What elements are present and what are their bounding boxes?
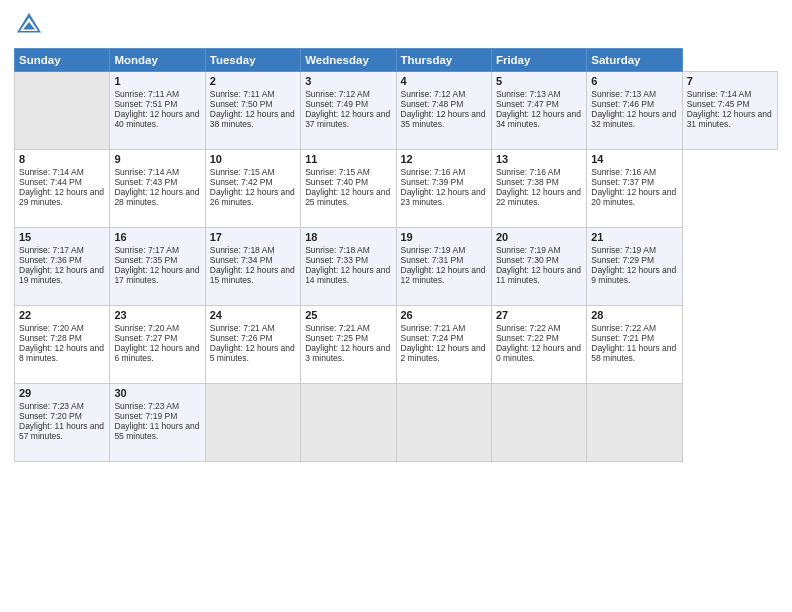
main-container: SundayMondayTuesdayWednesdayThursdayFrid… (0, 0, 792, 472)
day-cell: 14Sunrise: 7:16 AMSunset: 7:37 PMDayligh… (587, 150, 682, 228)
sunrise-text: Sunrise: 7:11 AM (114, 89, 200, 99)
day-cell: 1Sunrise: 7:11 AMSunset: 7:51 PMDaylight… (110, 72, 205, 150)
week-row-4: 29Sunrise: 7:23 AMSunset: 7:20 PMDayligh… (15, 384, 778, 462)
day-number: 9 (114, 153, 200, 165)
day-cell: 5Sunrise: 7:13 AMSunset: 7:47 PMDaylight… (491, 72, 586, 150)
sunrise-text: Sunrise: 7:16 AM (401, 167, 487, 177)
day-number: 24 (210, 309, 296, 321)
daylight-text: Daylight: 12 hours and 32 minutes. (591, 109, 677, 129)
day-cell: 25Sunrise: 7:21 AMSunset: 7:25 PMDayligh… (301, 306, 396, 384)
daylight-text: Daylight: 12 hours and 8 minutes. (19, 343, 105, 363)
day-cell (491, 384, 586, 462)
sunrise-text: Sunrise: 7:12 AM (305, 89, 391, 99)
sunrise-text: Sunrise: 7:16 AM (591, 167, 677, 177)
week-row-3: 22Sunrise: 7:20 AMSunset: 7:28 PMDayligh… (15, 306, 778, 384)
sunset-text: Sunset: 7:30 PM (496, 255, 582, 265)
daylight-text: Daylight: 11 hours and 55 minutes. (114, 421, 200, 441)
sunset-text: Sunset: 7:38 PM (496, 177, 582, 187)
day-cell: 2Sunrise: 7:11 AMSunset: 7:50 PMDaylight… (205, 72, 300, 150)
day-cell: 18Sunrise: 7:18 AMSunset: 7:33 PMDayligh… (301, 228, 396, 306)
sunset-text: Sunset: 7:42 PM (210, 177, 296, 187)
sunrise-text: Sunrise: 7:12 AM (401, 89, 487, 99)
day-cell: 28Sunrise: 7:22 AMSunset: 7:21 PMDayligh… (587, 306, 682, 384)
week-row-2: 15Sunrise: 7:17 AMSunset: 7:36 PMDayligh… (15, 228, 778, 306)
sunset-text: Sunset: 7:22 PM (496, 333, 582, 343)
day-number: 6 (591, 75, 677, 87)
daylight-text: Daylight: 12 hours and 31 minutes. (687, 109, 773, 129)
day-number: 26 (401, 309, 487, 321)
day-cell (301, 384, 396, 462)
day-number: 3 (305, 75, 391, 87)
daylight-text: Daylight: 12 hours and 14 minutes. (305, 265, 391, 285)
day-number: 8 (19, 153, 105, 165)
daylight-text: Daylight: 12 hours and 0 minutes. (496, 343, 582, 363)
sunset-text: Sunset: 7:40 PM (305, 177, 391, 187)
day-cell: 16Sunrise: 7:17 AMSunset: 7:35 PMDayligh… (110, 228, 205, 306)
sunset-text: Sunset: 7:27 PM (114, 333, 200, 343)
sunset-text: Sunset: 7:46 PM (591, 99, 677, 109)
sunrise-text: Sunrise: 7:14 AM (114, 167, 200, 177)
day-number: 22 (19, 309, 105, 321)
sunrise-text: Sunrise: 7:14 AM (687, 89, 773, 99)
day-number: 16 (114, 231, 200, 243)
daylight-text: Daylight: 11 hours and 58 minutes. (591, 343, 677, 363)
day-number: 28 (591, 309, 677, 321)
daylight-text: Daylight: 12 hours and 38 minutes. (210, 109, 296, 129)
sunrise-text: Sunrise: 7:22 AM (496, 323, 582, 333)
sunrise-text: Sunrise: 7:23 AM (114, 401, 200, 411)
sunset-text: Sunset: 7:34 PM (210, 255, 296, 265)
sunset-text: Sunset: 7:24 PM (401, 333, 487, 343)
day-cell: 20Sunrise: 7:19 AMSunset: 7:30 PMDayligh… (491, 228, 586, 306)
daylight-text: Daylight: 12 hours and 37 minutes. (305, 109, 391, 129)
daylight-text: Daylight: 12 hours and 3 minutes. (305, 343, 391, 363)
day-cell: 12Sunrise: 7:16 AMSunset: 7:39 PMDayligh… (396, 150, 491, 228)
day-number: 7 (687, 75, 773, 87)
daylight-text: Daylight: 12 hours and 22 minutes. (496, 187, 582, 207)
sunrise-text: Sunrise: 7:21 AM (401, 323, 487, 333)
day-number: 12 (401, 153, 487, 165)
header-cell-friday: Friday (491, 49, 586, 72)
sunrise-text: Sunrise: 7:21 AM (210, 323, 296, 333)
sunset-text: Sunset: 7:25 PM (305, 333, 391, 343)
week-row-0: 1Sunrise: 7:11 AMSunset: 7:51 PMDaylight… (15, 72, 778, 150)
day-cell (205, 384, 300, 462)
day-cell: 30Sunrise: 7:23 AMSunset: 7:19 PMDayligh… (110, 384, 205, 462)
day-number: 4 (401, 75, 487, 87)
day-cell: 29Sunrise: 7:23 AMSunset: 7:20 PMDayligh… (15, 384, 110, 462)
day-cell (396, 384, 491, 462)
day-cell: 4Sunrise: 7:12 AMSunset: 7:48 PMDaylight… (396, 72, 491, 150)
day-number: 25 (305, 309, 391, 321)
daylight-text: Daylight: 12 hours and 23 minutes. (401, 187, 487, 207)
day-cell: 13Sunrise: 7:16 AMSunset: 7:38 PMDayligh… (491, 150, 586, 228)
daylight-text: Daylight: 12 hours and 20 minutes. (591, 187, 677, 207)
day-number: 13 (496, 153, 582, 165)
sunset-text: Sunset: 7:50 PM (210, 99, 296, 109)
sunset-text: Sunset: 7:26 PM (210, 333, 296, 343)
sunset-text: Sunset: 7:44 PM (19, 177, 105, 187)
sunset-text: Sunset: 7:28 PM (19, 333, 105, 343)
sunrise-text: Sunrise: 7:11 AM (210, 89, 296, 99)
sunset-text: Sunset: 7:36 PM (19, 255, 105, 265)
sunrise-text: Sunrise: 7:18 AM (210, 245, 296, 255)
daylight-text: Daylight: 12 hours and 29 minutes. (19, 187, 105, 207)
day-cell: 23Sunrise: 7:20 AMSunset: 7:27 PMDayligh… (110, 306, 205, 384)
week-row-1: 8Sunrise: 7:14 AMSunset: 7:44 PMDaylight… (15, 150, 778, 228)
logo (14, 10, 48, 40)
day-cell: 15Sunrise: 7:17 AMSunset: 7:36 PMDayligh… (15, 228, 110, 306)
sunset-text: Sunset: 7:43 PM (114, 177, 200, 187)
day-cell: 21Sunrise: 7:19 AMSunset: 7:29 PMDayligh… (587, 228, 682, 306)
daylight-text: Daylight: 12 hours and 26 minutes. (210, 187, 296, 207)
sunset-text: Sunset: 7:49 PM (305, 99, 391, 109)
sunrise-text: Sunrise: 7:15 AM (210, 167, 296, 177)
day-cell: 10Sunrise: 7:15 AMSunset: 7:42 PMDayligh… (205, 150, 300, 228)
day-cell: 24Sunrise: 7:21 AMSunset: 7:26 PMDayligh… (205, 306, 300, 384)
sunrise-text: Sunrise: 7:15 AM (305, 167, 391, 177)
header-cell-wednesday: Wednesday (301, 49, 396, 72)
sunset-text: Sunset: 7:29 PM (591, 255, 677, 265)
daylight-text: Daylight: 12 hours and 11 minutes. (496, 265, 582, 285)
sunrise-text: Sunrise: 7:17 AM (114, 245, 200, 255)
sunset-text: Sunset: 7:47 PM (496, 99, 582, 109)
sunrise-text: Sunrise: 7:20 AM (19, 323, 105, 333)
sunset-text: Sunset: 7:37 PM (591, 177, 677, 187)
daylight-text: Daylight: 12 hours and 40 minutes. (114, 109, 200, 129)
